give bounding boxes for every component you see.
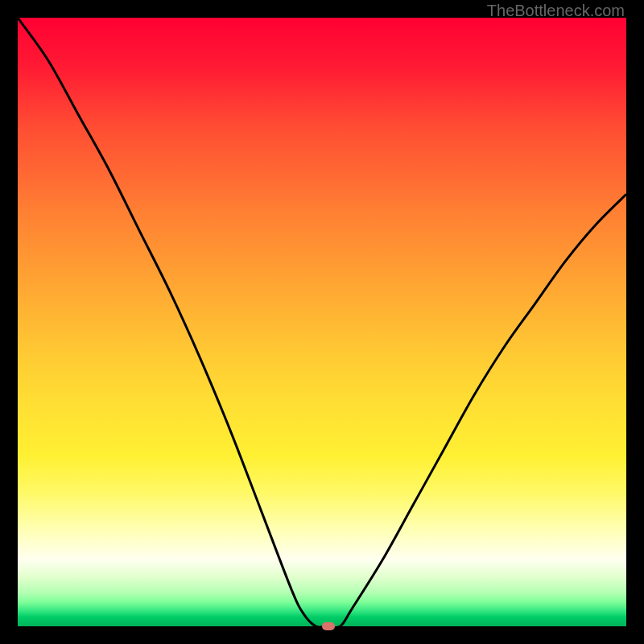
plot-area bbox=[18, 18, 626, 626]
minimum-marker bbox=[322, 622, 335, 630]
watermark-text: TheBottleneck.com bbox=[487, 2, 625, 20]
chart-container: TheBottleneck.com bbox=[0, 0, 644, 644]
bottleneck-curve bbox=[18, 18, 626, 626]
